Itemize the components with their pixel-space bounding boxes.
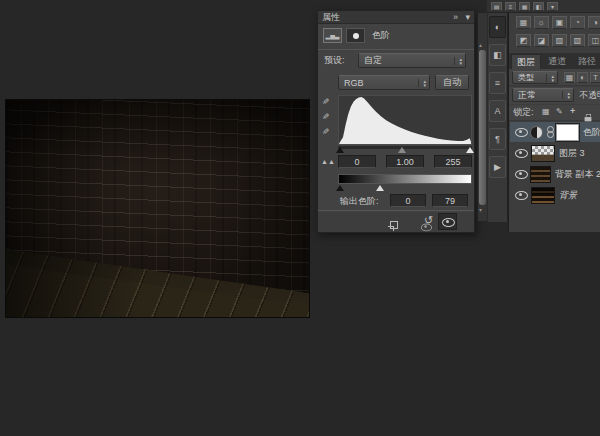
layer-row-levels[interactable]: 色阶 — [510, 122, 600, 142]
canvas-document[interactable] — [5, 99, 310, 318]
auto-button[interactable]: 自动 — [435, 75, 469, 90]
output-black-slider[interactable] — [336, 185, 344, 191]
lock-position-icon[interactable]: + — [570, 106, 575, 116]
tab-layers[interactable]: 图层 — [511, 54, 541, 69]
properties-panel-header[interactable]: 属性 » ▾ — [318, 11, 474, 24]
lock-all-icon[interactable] — [585, 114, 592, 122]
layer-thumbnail[interactable] — [531, 145, 555, 162]
dock-scrollbar-track[interactable]: ▴ ▾ — [477, 13, 487, 221]
input-white-field[interactable]: 255 — [434, 155, 472, 168]
auto-button-label: 自动 — [443, 76, 461, 89]
paragraph-panel-icon[interactable]: ¶ — [489, 128, 506, 150]
preset-label: 预设: — [324, 54, 345, 67]
adjustment-icon[interactable]: ▧ — [570, 34, 585, 47]
lock-row: 锁定: ▦ ✎ + — [509, 105, 600, 121]
input-black-field[interactable]: 0 — [338, 155, 376, 168]
adjustment-icon[interactable]: ◑ — [588, 16, 600, 29]
tab-channels[interactable]: 通道 — [543, 54, 571, 69]
adjustment-type-label: 色阶 — [372, 29, 390, 42]
lock-transparency-icon[interactable]: ▦ — [542, 107, 550, 117]
filter-adjustment-layers-icon[interactable]: ◐ — [577, 72, 588, 83]
layer-name[interactable]: 色阶 — [583, 126, 600, 139]
filter-kind-label: 类型 — [518, 72, 534, 83]
layer-row-background[interactable]: 背景 — [510, 185, 600, 205]
layer-thumbnail[interactable] — [531, 187, 555, 204]
dropdown-arrows-icon: ▴▾ — [546, 74, 554, 82]
layer-row-background-copy2[interactable]: 背景 副本 2 — [510, 164, 600, 184]
adjustment-icon[interactable]: ◪ — [534, 34, 549, 47]
divider — [318, 210, 474, 211]
histogram-refresh-icon[interactable]: ▲▲ — [321, 157, 335, 167]
preset-dropdown[interactable]: 自定 ▴▾ — [358, 53, 466, 68]
scroll-down-icon[interactable]: ▾ — [479, 206, 482, 213]
output-white-slider[interactable] — [376, 185, 384, 191]
layer-mask-icon[interactable] — [346, 28, 365, 43]
blend-mode-row: 正常 ▴▾ 不透明度: — [509, 87, 600, 104]
levels-histogram-icon[interactable]: ▂▅▃ — [323, 28, 342, 43]
filter-pixel-layers-icon[interactable]: ▦ — [564, 72, 575, 83]
input-sliders — [338, 147, 472, 155]
dock-header-icon[interactable]: ▦ — [519, 2, 530, 11]
toggle-visibility-button[interactable] — [438, 213, 457, 230]
layer-row-layer3[interactable]: 图层 3 — [510, 143, 600, 163]
input-gamma-field[interactable]: 1.00 — [386, 155, 424, 168]
scroll-up-icon[interactable]: ▴ — [479, 41, 482, 48]
histogram-svg — [339, 96, 471, 144]
clone-source-panel-icon[interactable]: ≡ — [489, 72, 506, 94]
adjustments-panel-icon[interactable]: ◐ — [489, 16, 506, 38]
reset-adjustment-icon[interactable]: ↺ — [424, 215, 433, 225]
output-white-field[interactable]: 79 — [432, 194, 468, 207]
styles-panel-icon[interactable]: ◧ — [489, 44, 506, 66]
panel-menu-icon[interactable]: ▾ — [465, 12, 470, 22]
input-white-slider[interactable] — [466, 147, 474, 153]
input-gamma-slider[interactable] — [398, 147, 406, 153]
adjustment-icon[interactable]: ◫ — [588, 34, 600, 47]
dock-header-icon[interactable]: ≡ — [505, 2, 516, 11]
adjustment-icon[interactable]: ▨ — [552, 34, 567, 47]
character-panel-icon[interactable]: A — [489, 100, 506, 122]
actions-panel-icon[interactable]: ▶ — [489, 156, 506, 178]
layer-filter-row: 类型 ▴▾ ▦ ◐ T — [509, 69, 600, 86]
dropdown-arrows-icon: ▴▾ — [418, 79, 426, 87]
adjustment-icon[interactable]: ☼ — [534, 16, 549, 29]
blend-mode-dropdown[interactable]: 正常 ▴▾ — [512, 88, 574, 102]
visibility-eye-icon[interactable] — [515, 170, 526, 178]
collapsed-panels-dock: ◐ ◧ ≡ A ¶ ▶ — [487, 13, 508, 222]
adjustment-icon[interactable]: ▦ — [516, 16, 531, 29]
layer-name[interactable]: 背景 副本 2 — [555, 168, 600, 181]
layer-thumbnail[interactable] — [530, 166, 551, 183]
visibility-eye-icon[interactable] — [515, 128, 526, 136]
adjustment-icon[interactable]: ▣ — [552, 16, 567, 29]
filter-type-layers-icon[interactable]: T — [590, 72, 600, 83]
adjustments-grid: ▦ ☼ ▣ ◔ ◑ ◩ ◪ ▨ ▧ ◫ — [509, 13, 600, 53]
dock-header-icon[interactable]: ▾ — [547, 2, 558, 11]
layer-name[interactable]: 背景 — [559, 189, 577, 202]
dock-header-icon[interactable]: ◧ — [533, 2, 544, 11]
histogram-well — [338, 95, 472, 145]
levels-adjustment-thumbnail[interactable] — [530, 126, 542, 139]
collapse-panel-icon[interactable]: » — [453, 12, 458, 22]
adjustment-type-row: ▂▅▃ 色阶 — [318, 26, 474, 46]
lock-image-icon[interactable]: ✎ — [556, 107, 563, 117]
mask-link-icon[interactable] — [547, 126, 553, 138]
tab-paths[interactable]: 路径 — [573, 54, 600, 69]
layer-name[interactable]: 图层 3 — [559, 147, 585, 160]
channel-dropdown[interactable]: RGB ▴▾ — [338, 75, 430, 90]
black-point-eyedropper-icon[interactable]: ✎ — [322, 97, 330, 107]
output-black-field[interactable]: 0 — [390, 194, 426, 207]
dock-scrollbar-thumb[interactable] — [479, 50, 486, 205]
layer-mask-thumbnail[interactable] — [556, 124, 579, 141]
opacity-label: 不透明度: — [579, 89, 600, 102]
gray-point-eyedropper-icon[interactable]: ✎ — [322, 112, 330, 122]
visibility-eye-icon[interactable] — [515, 149, 527, 157]
clip-to-layer-icon[interactable] — [388, 221, 398, 231]
layer-filter-kind-dropdown[interactable]: 类型 ▴▾ — [512, 71, 558, 84]
dropdown-arrows-icon: ▴▾ — [562, 91, 570, 99]
white-point-eyedropper-icon[interactable]: ✎ — [322, 127, 330, 137]
visibility-eye-icon[interactable] — [515, 191, 527, 199]
dock-header-icon[interactable]: ▤ — [491, 2, 502, 11]
input-black-slider[interactable] — [336, 147, 344, 153]
properties-panel: 属性 » ▾ ▂▅▃ 色阶 预设: 自定 ▴▾ RGB ▴▾ 自动 ✎ ✎ — [317, 10, 475, 233]
adjustment-icon[interactable]: ◩ — [516, 34, 531, 47]
adjustment-icon[interactable]: ◔ — [570, 16, 585, 29]
